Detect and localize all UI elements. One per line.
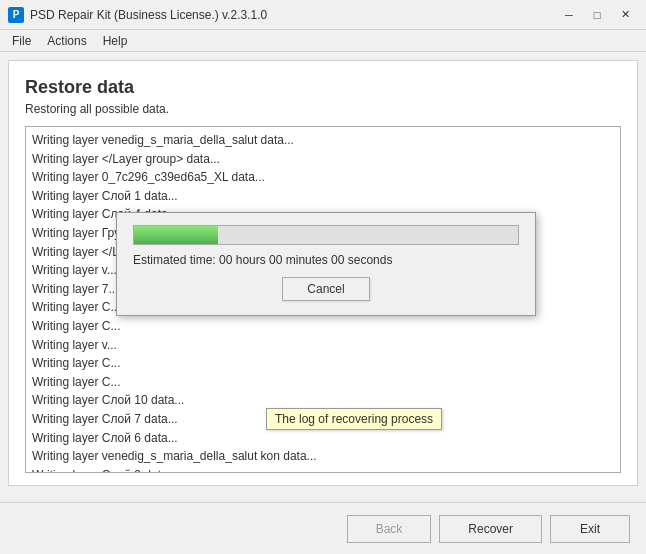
minimize-button[interactable]: ─: [556, 5, 582, 25]
bottom-bar: Back Recover Exit: [0, 502, 646, 554]
log-line: Writing layer Слой 6 data...: [32, 429, 614, 448]
log-line: Writing layer 0_7c296_c39ed6a5_XL data..…: [32, 168, 614, 187]
progress-bar-container: [133, 225, 519, 245]
tooltip-box: The log of recovering process: [266, 408, 442, 430]
progress-bar-fill: [134, 226, 218, 244]
menu-actions[interactable]: Actions: [39, 32, 94, 50]
log-line: Writing layer С...: [32, 373, 614, 392]
window-controls: ─ □ ✕: [556, 5, 638, 25]
page-subtitle: Restoring all possible data.: [25, 102, 621, 116]
log-line: Writing layer Слой 9 data...: [32, 466, 614, 473]
exit-button[interactable]: Exit: [550, 515, 630, 543]
estimated-time: Estimated time: 00 hours 00 minutes 00 s…: [133, 253, 519, 267]
page-title: Restore data: [25, 77, 621, 98]
progress-popup: Estimated time: 00 hours 00 minutes 00 s…: [116, 212, 536, 316]
menu-file[interactable]: File: [4, 32, 39, 50]
tooltip-text: The log of recovering process: [275, 412, 433, 426]
back-button[interactable]: Back: [347, 515, 432, 543]
main-content: Restore data Restoring all possible data…: [8, 60, 638, 486]
menu-bar: File Actions Help: [0, 30, 646, 52]
menu-help[interactable]: Help: [95, 32, 136, 50]
log-line: Writing layer С...: [32, 354, 614, 373]
log-line: Writing layer </Layer group> data...: [32, 150, 614, 169]
title-bar: P PSD Repair Kit (Business License.) v.2…: [0, 0, 646, 30]
cancel-button[interactable]: Cancel: [282, 277, 369, 301]
log-line: Writing layer venedig_s_maria_della_salu…: [32, 447, 614, 466]
close-button[interactable]: ✕: [612, 5, 638, 25]
cancel-btn-row: Cancel: [133, 277, 519, 301]
app-icon: P: [8, 7, 24, 23]
log-area[interactable]: Writing layer venedig_s_maria_della_salu…: [25, 126, 621, 473]
app-title: PSD Repair Kit (Business License.) v.2.3…: [30, 8, 556, 22]
log-line: Writing layer Слой 1 data...: [32, 187, 614, 206]
recover-button[interactable]: Recover: [439, 515, 542, 543]
log-line: Writing layer С...: [32, 317, 614, 336]
maximize-button[interactable]: □: [584, 5, 610, 25]
log-line: Writing layer venedig_s_maria_della_salu…: [32, 131, 614, 150]
log-line: Writing layer v...: [32, 336, 614, 355]
